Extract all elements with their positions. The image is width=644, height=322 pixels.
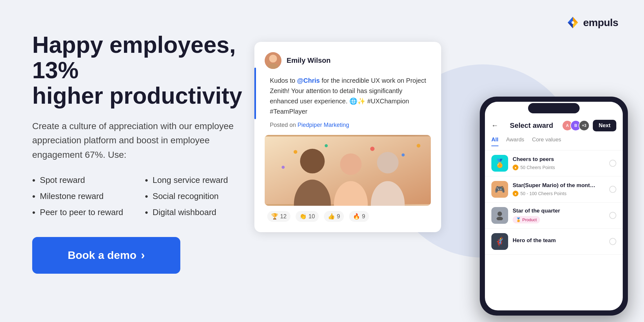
reaction-2: 👍 9 bbox=[324, 211, 344, 222]
headline: Happy employees, 13%higher productivity bbox=[32, 32, 258, 109]
card-header: Emily Wilson bbox=[265, 52, 431, 69]
mention: @Chris bbox=[297, 77, 320, 84]
logo-icon bbox=[566, 15, 580, 30]
award-info-2: Star of the quarter 🏅Product bbox=[513, 208, 605, 223]
phone-tabs: All Awards Core values bbox=[485, 137, 623, 150]
radio-2 bbox=[609, 212, 616, 219]
company-name: Piedpiper Marketing bbox=[298, 122, 349, 128]
kudos-text-before: Kudos to bbox=[270, 77, 297, 84]
features-right: Long service reward Social recognition D… bbox=[145, 175, 258, 218]
phone-title: Select award bbox=[510, 121, 553, 130]
avatar-count: +3 bbox=[579, 120, 590, 131]
reactions: 🏆 12 👏 10 👍 9 🔥 9 bbox=[265, 206, 431, 222]
feature-milestone-reward: Milestone reward bbox=[32, 191, 145, 202]
svg-point-21 bbox=[402, 153, 405, 156]
award-icon-0: 🏅 bbox=[491, 155, 508, 172]
svg-point-13 bbox=[300, 149, 325, 173]
award-icon-2 bbox=[491, 207, 508, 224]
award-name-2: Star of the quarter bbox=[513, 208, 596, 214]
award-points-1: ● 50 - 100 Cheers Points bbox=[513, 191, 605, 196]
phone-notch bbox=[528, 103, 580, 113]
posted-on: Posted on Piedpiper Marketing bbox=[265, 122, 431, 128]
award-list: 🏅 Cheers to peers ● 50 Cheers Points 🎮 bbox=[485, 150, 623, 310]
svg-point-15 bbox=[340, 153, 362, 175]
award-item-2[interactable]: Star of the quarter 🏅Product bbox=[485, 203, 623, 229]
feature-peer-reward: Peer to peer to reward bbox=[32, 207, 145, 218]
reaction-0: 🏆 12 bbox=[267, 211, 290, 222]
radio-0 bbox=[609, 160, 616, 167]
award-name-3: Hero of the team bbox=[513, 237, 596, 244]
award-icon-3: 🦸 bbox=[491, 233, 508, 250]
points-icon-0: ● bbox=[513, 165, 518, 170]
book-demo-label: Book a demo bbox=[68, 249, 136, 261]
user-avatar bbox=[265, 52, 281, 69]
award-info-3: Hero of the team bbox=[513, 237, 605, 246]
award-item-3[interactable]: 🦸 Hero of the team bbox=[485, 229, 623, 255]
radio-1 bbox=[609, 186, 616, 193]
user-name: Emily Wilson bbox=[287, 56, 331, 65]
feature-social-recognition: Social recognition bbox=[145, 191, 258, 202]
award-icon-1: 🎮 bbox=[491, 181, 508, 198]
back-icon[interactable]: ← bbox=[491, 121, 498, 130]
radio-3 bbox=[609, 238, 616, 245]
description: Create a culture of appreciation with ou… bbox=[32, 119, 258, 162]
social-card: Emily Wilson Kudos to @Chris for the inc… bbox=[254, 42, 441, 232]
phone-screen: ← Select award A B +3 Next All Awards Co… bbox=[485, 102, 623, 310]
feature-digital-wishboard: Digital wishboard bbox=[145, 207, 258, 218]
award-item-0[interactable]: 🏅 Cheers to peers ● 50 Cheers Points bbox=[485, 150, 623, 176]
arrow-icon: › bbox=[141, 249, 145, 262]
svg-point-9 bbox=[269, 55, 277, 62]
next-button[interactable]: Next bbox=[593, 120, 616, 131]
left-content: Happy employees, 13%higher productivity … bbox=[32, 32, 258, 274]
reaction-3: 🔥 9 bbox=[349, 211, 369, 222]
book-demo-button[interactable]: Book a demo › bbox=[32, 237, 180, 274]
tab-core-values[interactable]: Core values bbox=[532, 137, 561, 146]
logo: empuls bbox=[566, 15, 618, 30]
features-grid: Spot reward Milestone reward Peer to pee… bbox=[32, 175, 258, 218]
svg-point-19 bbox=[325, 144, 328, 147]
award-tag-2: 🏅Product bbox=[513, 216, 605, 223]
svg-point-23 bbox=[282, 166, 285, 169]
card-body: Kudos to @Chris for the incredible UX wo… bbox=[265, 75, 431, 117]
award-item-1[interactable]: 🎮 Star(Super Mario) of the month(Dec... … bbox=[485, 176, 623, 203]
phone-frame: ← Select award A B +3 Next All Awards Co… bbox=[480, 97, 628, 316]
phone-container: ← Select award A B +3 Next All Awards Co… bbox=[480, 97, 628, 316]
award-info-1: Star(Super Mario) of the month(Dec... ● … bbox=[513, 182, 605, 196]
features-left: Spot reward Milestone reward Peer to pee… bbox=[32, 175, 145, 218]
award-name-1: Star(Super Mario) of the month(Dec... bbox=[513, 182, 596, 189]
svg-point-22 bbox=[417, 144, 420, 147]
tab-awards[interactable]: Awards bbox=[506, 137, 524, 146]
points-icon-1: ● bbox=[513, 191, 518, 196]
svg-point-18 bbox=[294, 150, 297, 154]
logo-text: empuls bbox=[583, 17, 618, 29]
award-name-0: Cheers to peers bbox=[513, 156, 596, 163]
feature-spot-reward: Spot reward bbox=[32, 175, 145, 185]
tab-all[interactable]: All bbox=[491, 137, 498, 146]
svg-point-20 bbox=[370, 147, 374, 151]
svg-point-24 bbox=[497, 212, 502, 216]
card-image bbox=[265, 135, 431, 206]
svg-point-5 bbox=[572, 21, 574, 24]
award-points-0: ● 50 Cheers Points bbox=[513, 165, 605, 170]
phone-header-right: A B +3 Next bbox=[564, 120, 616, 131]
phone-avatars: A B +3 bbox=[564, 120, 590, 131]
svg-point-17 bbox=[377, 152, 399, 174]
reaction-1: 👏 10 bbox=[296, 211, 319, 222]
svg-point-25 bbox=[497, 217, 503, 220]
feature-long-service: Long service reward bbox=[145, 175, 258, 185]
blue-accent-bar bbox=[254, 68, 256, 119]
award-info-0: Cheers to peers ● 50 Cheers Points bbox=[513, 156, 605, 170]
